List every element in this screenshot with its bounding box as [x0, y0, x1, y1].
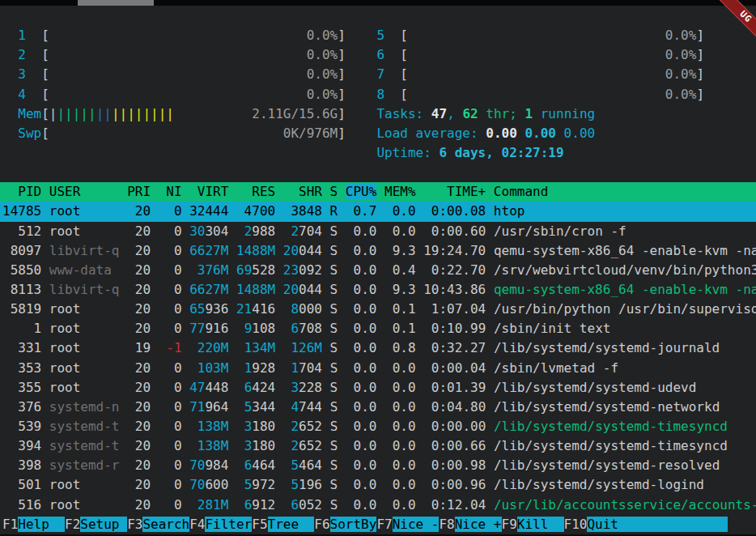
text-segment: 2	[291, 438, 299, 453]
text-segment: 8	[291, 301, 299, 317]
text-segment	[384, 66, 400, 82]
process-row-8113[interactable]: 8113 libvirt-q 20 0 6627M 1488M 20044 S …	[0, 280, 756, 300]
text-segment: 652 S 0.0 0.0 0:00.00	[299, 419, 494, 434]
text-segment: 398	[2, 457, 49, 473]
debug-ribbon-label: UG	[714, 0, 756, 49]
text-segment: 1 root 20 0	[2, 321, 189, 336]
text-segment: 77	[189, 321, 205, 336]
text-segment: [	[400, 28, 408, 43]
text-segment: 8113	[2, 282, 49, 297]
text-segment: 71	[189, 399, 205, 415]
function-key-bar[interactable]: F1Help F2Setup F3SearchF4FilterF5Tree F6…	[0, 515, 756, 534]
text-segment: 3	[291, 380, 299, 395]
text-segment: 4	[291, 399, 299, 415]
text-segment: 512 root 20 0	[2, 223, 189, 239]
process-row-1[interactable]: 1 root 20 0 77916 9108 6708 S 0.0 0.1 0:…	[0, 319, 756, 338]
text-segment: 448	[205, 380, 244, 395]
text-segment: 6	[376, 47, 384, 62]
sort-column-cpu[interactable]: CPU%	[346, 184, 377, 199]
text-segment: 2	[244, 223, 253, 239]
text-segment: 8	[376, 87, 384, 102]
text-segment: F5	[252, 517, 267, 532]
text-segment: 47	[189, 380, 205, 395]
text-segment: |||||	[57, 106, 96, 121]
process-row-5850[interactable]: 5850 www-data 20 0 376M 69528 23092 S 0.…	[0, 261, 756, 280]
fkey-kill-button[interactable]: Kill	[517, 517, 564, 532]
process-row-355[interactable]: 355 root 20 0 47448 6424 3228 S 0.0 0.0 …	[0, 378, 756, 398]
text-segment: ||||||||	[112, 106, 174, 121]
text-segment: F4	[189, 517, 205, 532]
table-header[interactable]: PID USER PRI NI VIRT RES SHR S CPU% MEM%…	[0, 182, 756, 202]
text-segment	[408, 28, 665, 43]
text-segment: F9	[502, 517, 517, 532]
text-segment: 2	[291, 223, 299, 239]
text-segment: 220M 134M 126M	[197, 340, 322, 355]
text-segment: 6	[244, 380, 253, 395]
process-row-353[interactable]: 353 root 20 0 103M 1928 1704 S 0.0 0.0 0…	[0, 359, 756, 378]
text-segment: 3	[244, 419, 253, 434]
process-row-516[interactable]: 516 root 20 0 281M 6912 6052 S 0.0 0.0 0…	[0, 496, 756, 515]
text-segment: 5	[291, 457, 299, 473]
text-segment: 353 root 20 0	[2, 360, 197, 376]
text-segment: 376M 69	[197, 262, 252, 278]
text-segment: 044 S 0.0 9.3 19:24.70 qemu-system-x86_6…	[299, 243, 756, 258]
process-row-394[interactable]: 394 systemd-t 20 0 138M 3180 2652 S 0.0 …	[0, 436, 756, 456]
process-row-376[interactable]: 376 systemd-n 20 0 71964 5344 4744 S 0.0…	[0, 398, 756, 417]
text-segment: [	[41, 66, 49, 82]
process-row-512[interactable]: 512 root 20 0 30304 2988 2704 S 0.0 0.0 …	[0, 222, 756, 241]
fkey-search-button[interactable]: Search	[142, 517, 189, 532]
fkey-setup-button[interactable]: Setup	[80, 517, 127, 532]
cpu3-cpu7-meters: 3 [ 0.0%] 7 [ 0.0%]	[0, 65, 756, 84]
text-segment: 0.0%	[665, 66, 697, 82]
text-segment: 281M	[197, 497, 236, 513]
fkey-help-button[interactable]: Help	[18, 517, 65, 532]
window-tab-handle[interactable]	[78, 0, 154, 6]
process-row-331[interactable]: 331 root 19 -1 220M 134M 126M S 0.0 0.8 …	[0, 338, 756, 358]
text-segment	[346, 125, 377, 141]
fkey-nice-minus-button[interactable]: Nice -	[393, 517, 440, 532]
text-segment: 20 0	[120, 457, 190, 473]
text-segment: 108	[252, 321, 291, 336]
process-row-5819[interactable]: 5819 root 20 0 65936 21416 8000 S 0.0 0.…	[0, 300, 756, 319]
text-segment: 62	[462, 106, 478, 121]
text-segment: 928	[252, 360, 291, 376]
text-segment: /lib/systemd/systemd-timesyncd	[494, 419, 728, 434]
text-segment: 0.00	[525, 125, 563, 141]
text-segment	[346, 47, 377, 62]
process-row-539[interactable]: 539 systemd-t 20 0 138M 3180 2652 S 0.0 …	[0, 417, 756, 436]
fkey-nice-plus-button[interactable]: Nice +	[455, 517, 502, 532]
text-segment: 23	[283, 262, 299, 278]
text-segment	[2, 106, 18, 121]
text-segment: F10	[564, 517, 588, 532]
text-segment: 704 S 0.0 0.0 0:00.60 /usr/sbin/cron -f	[299, 223, 626, 239]
text-segment: 1	[244, 360, 253, 376]
text-segment: systemd-t	[49, 419, 120, 434]
process-row-398[interactable]: 398 systemd-r 20 0 70984 6464 5464 S 0.0…	[0, 456, 756, 475]
cpu4-cpu8-meters: 4 [ 0.0%] 8 [ 0.0%]	[0, 85, 756, 104]
text-segment: 394	[2, 438, 49, 453]
fkey-quit-button[interactable]: Quit	[587, 517, 727, 532]
text-segment: 20 0	[120, 419, 197, 434]
process-row-8097[interactable]: 8097 libvirt-q 20 0 6627M 1488M 20044 S …	[0, 241, 756, 261]
text-segment: www-data	[49, 262, 120, 278]
text-segment: 708 S 0.0 0.1 0:10.99 /sbin/init text	[299, 321, 610, 336]
text-segment: 2.11G/15.6G	[252, 106, 338, 121]
text-segment: 30	[189, 223, 205, 239]
text-segment: 5	[244, 399, 253, 415]
text-segment: F1	[2, 517, 18, 532]
process-row-501[interactable]: 501 root 20 0 70600 5972 5196 S 0.0 0.0 …	[0, 475, 756, 495]
text-segment	[174, 106, 252, 121]
text-segment: 0.0%	[307, 87, 338, 102]
fkey-sortby-button[interactable]: SortBy	[330, 517, 377, 532]
text-segment: 304	[205, 223, 244, 239]
text-segment: 092 S 0.0 0.4 0:22.70 /srv/webvirtcloud/…	[299, 262, 756, 278]
text-segment: 70	[189, 457, 205, 473]
text-segment	[2, 28, 18, 43]
text-segment: 000 S 0.0 0.1 1:07.04 /usr/bin/python /u…	[299, 301, 756, 317]
text-segment	[236, 497, 244, 513]
fkey-filter-button[interactable]: Filter	[205, 517, 252, 532]
text-segment	[49, 47, 307, 62]
process-row-14785-selected[interactable]: 14785 root 20 0 32444 4700 3848 R 0.7 0.…	[0, 202, 756, 221]
fkey-tree-button[interactable]: Tree	[268, 517, 315, 532]
text-segment: 14785 root 20 0 32444 4700 3848 R 0.7 0.…	[2, 203, 525, 219]
